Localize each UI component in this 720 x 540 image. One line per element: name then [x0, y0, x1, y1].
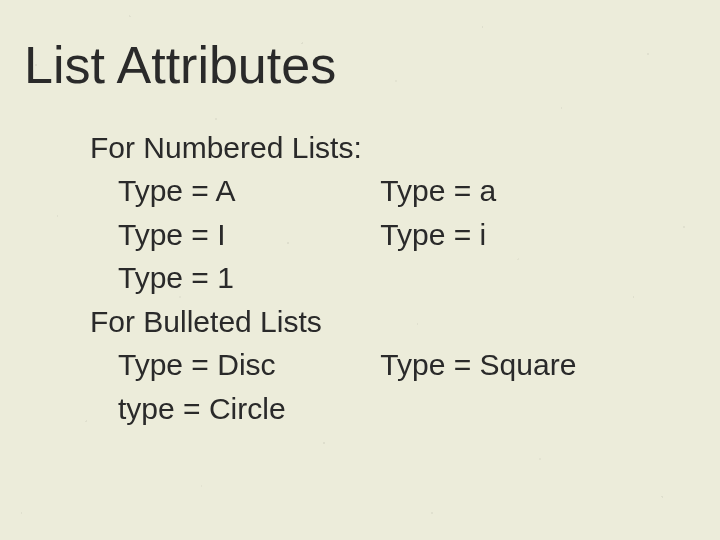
slide-body: For Numbered Lists: Type = A Type = a Ty… — [24, 126, 696, 431]
numbered-heading: For Numbered Lists: — [90, 126, 696, 170]
bulleted-row-1: Type = Disc Type = Square — [90, 343, 696, 387]
numbered-type-lower-a: Type = a — [380, 169, 496, 213]
numbered-row-1: Type = A Type = a — [90, 169, 696, 213]
numbered-row-2: Type = I Type = i — [90, 213, 696, 257]
bulleted-row-2: type = Circle — [90, 387, 696, 431]
bulleted-type-square: Type = Square — [380, 343, 576, 387]
numbered-type-lower-i: Type = i — [380, 213, 486, 257]
numbered-row-3: Type = 1 — [90, 256, 696, 300]
numbered-type-one: Type = 1 — [118, 256, 372, 300]
bulleted-type-disc: Type = Disc — [118, 343, 372, 387]
bulleted-heading: For Bulleted Lists — [90, 300, 696, 344]
numbered-type-upper-i: Type = I — [118, 213, 372, 257]
slide: List Attributes For Numbered Lists: Type… — [0, 0, 720, 540]
bulleted-type-circle: type = Circle — [118, 387, 372, 431]
slide-title: List Attributes — [24, 36, 696, 96]
numbered-type-upper-a: Type = A — [118, 169, 372, 213]
